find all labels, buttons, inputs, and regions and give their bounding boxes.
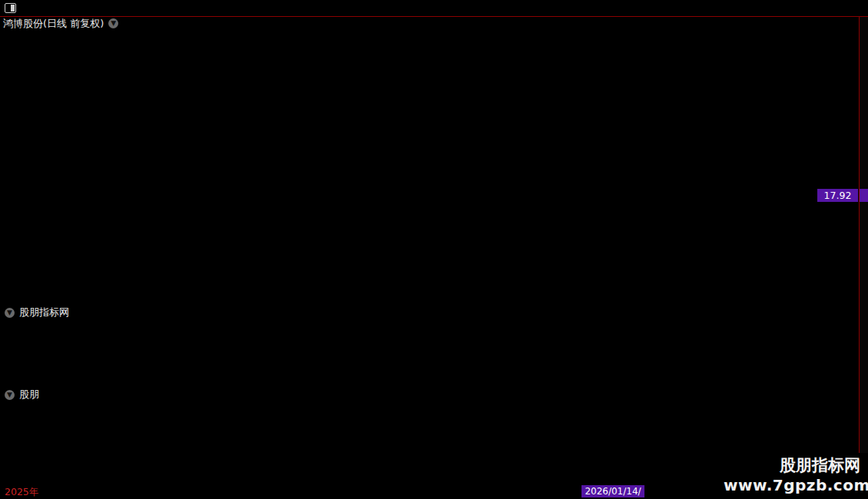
year-label: 2025年 [5, 486, 38, 499]
macd-panel-header: ▼ 股朋指标网 [0, 306, 859, 319]
chevron-down-icon[interactable]: ▼ [5, 308, 15, 318]
concept-tags-row-2 [0, 42, 859, 54]
chart-canvas [0, 0, 868, 499]
trading-app-window: 鸿博股份(日线 前复权) ▼ ▼ 股朋指标网 ▼ 股朋 17.92 2025年 … [0, 0, 868, 499]
watermark-url: www.7gpzb.com [724, 475, 868, 495]
last-price-marker: 17.92 [817, 189, 858, 202]
chevron-down-icon[interactable]: ▼ [108, 18, 118, 28]
stock-info-bar: 鸿博股份(日线 前复权) ▼ [0, 17, 859, 30]
watermark: 股朋指标网 www.7gpzb.com [724, 453, 868, 499]
clipped-right-panel[interactable] [859, 17, 868, 499]
top-menu-bar [0, 0, 868, 17]
watermark-site-name: 股朋指标网 [724, 453, 868, 475]
window-split-icon[interactable] [5, 3, 16, 13]
gp-panel-header: ▼ 股朋 [0, 388, 859, 401]
date-marker: 2026/01/14/三 [581, 485, 644, 497]
chevron-down-icon[interactable]: ▼ [5, 390, 15, 400]
macd-panel-title: 股朋指标网 [19, 306, 69, 319]
stock-title: 鸿博股份(日线 前复权) [3, 17, 104, 31]
gp-panel-title: 股朋 [19, 388, 39, 402]
clipped-price-highlight [860, 189, 868, 202]
concept-tags-row-1 [0, 31, 862, 42]
